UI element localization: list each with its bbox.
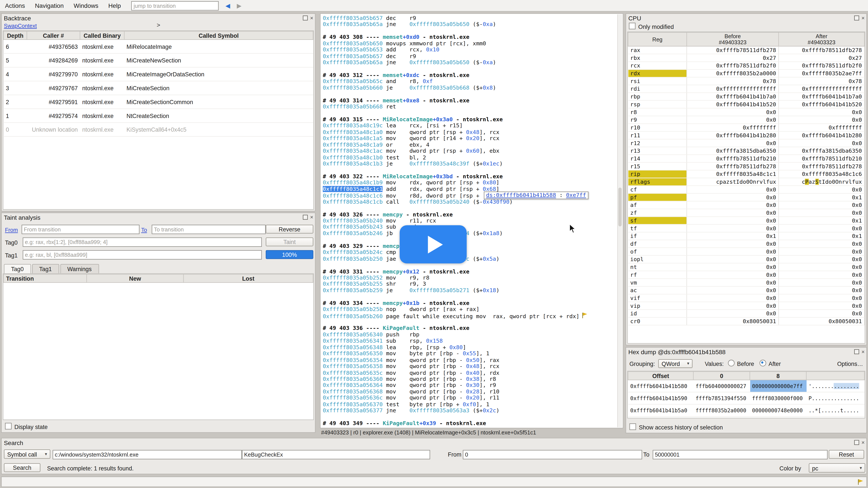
col-before[interactable]: Before#49403323 (687, 32, 779, 46)
register-row[interactable]: rsp0xffffb6041b41b5200xffffb6041b41b520 (628, 100, 865, 108)
register-row[interactable]: r100xffffffff0xffffffff (628, 124, 865, 131)
disasm-line[interactable]: 0xfffff8035a05b650 movups xmmword ptr [r… (323, 40, 617, 46)
taint-from-input[interactable] (22, 225, 140, 234)
register-row[interactable]: of0x00x0 (628, 248, 865, 256)
menu-windows[interactable]: Windows (69, 1, 103, 10)
disasm-line[interactable]: 0xfffff8035a056368 mov qword ptr [rbp - … (323, 388, 617, 395)
disasm-line[interactable]: 0xfffff8035a05b250 jae 0xfffff8035a05b2a… (323, 256, 617, 262)
register-row[interactable]: iopl0x00x0 (628, 256, 865, 263)
backtrace-expander[interactable]: > (157, 22, 160, 28)
disasm-line[interactable]: 0xfffff8035a05b240 mov r11, rcx (323, 218, 617, 224)
backtrace-row[interactable]: 0Unknown locationntoskrnl.exeKiSystemCal… (4, 123, 313, 136)
undock-icon[interactable] (303, 15, 308, 21)
tab-tag1[interactable]: Tag1 (32, 264, 59, 273)
menu-actions[interactable]: Actions (0, 1, 30, 10)
register-row[interactable]: nt0x00x0 (628, 263, 865, 271)
register-row[interactable]: id0x00x0 (628, 310, 865, 318)
disasm-comment-line[interactable]: # 49 403 314 ---- memset+0xe8 - ntoskrnl… (323, 97, 617, 103)
register-row[interactable]: af0x00x0 (628, 201, 865, 209)
disasm-line[interactable]: 0xfffff8035a056354 mov qword ptr [rbp - … (323, 357, 617, 363)
undock-icon[interactable] (854, 15, 859, 21)
register-row[interactable]: vip0x00x0 (628, 302, 865, 310)
disasm-line[interactable]: 0xfffff8035a05b255 shr r9, 3 (323, 281, 617, 287)
disasm-line[interactable]: 0xfffff8035a05b65a jne 0xfffff8035a05b65… (323, 59, 617, 65)
scrollbar-thumb[interactable] (618, 188, 622, 227)
disasm-line[interactable]: 0xfffff8035a05b668 ret (323, 103, 617, 110)
disasm-comment-line[interactable]: # 49 403 349 ---- KiPageFault+0x39 - nto… (323, 420, 617, 426)
col-ascii[interactable] (806, 371, 865, 380)
memory-value-tooltip[interactable]: ds:0xffffb6041b41b588 : 0xe7ff (484, 192, 588, 199)
register-row[interactable]: rflagscpazstIdo0OnrvlfuxcPazStIdo0Onrvlf… (628, 178, 865, 186)
register-row[interactable]: rbp0xffffb6041b41b7a00xffffb6041b41b7a0 (628, 93, 865, 100)
values-after-radio[interactable]: After (760, 360, 781, 367)
register-row[interactable]: r90x00x0 (628, 116, 865, 124)
close-icon[interactable]: × (310, 215, 313, 220)
register-row[interactable]: rip0xfffff8035a48c1c10xfffff8035a48c1c6 (628, 170, 865, 178)
register-row[interactable]: rbx0x270x27 (628, 54, 865, 62)
backtrace-row[interactable]: 5#49284269ntoskrnl.exeMiCreateNewSection (4, 53, 313, 67)
menu-help[interactable]: Help (103, 1, 126, 10)
register-row[interactable]: vif0x00x0 (628, 294, 865, 302)
disasm-line[interactable]: 0xfffff8035a48c1b0 test bl, 2 (323, 154, 617, 161)
disasm-line[interactable]: 0xfffff8035a056377 jne 0xfffff8035a0563a… (323, 407, 617, 414)
disasm-line[interactable]: 0xfffff8035a05b259 je 0xfffff8035a05b271… (323, 287, 617, 293)
col-new[interactable]: New (87, 274, 184, 282)
register-row[interactable]: pf0x00x1 (628, 193, 865, 201)
tag1-input[interactable] (23, 250, 262, 259)
disasm-comment-line[interactable]: # 49 403 326 ---- memcpy - ntoskrnl.exe (323, 211, 617, 218)
close-icon[interactable]: × (862, 349, 865, 354)
disasm-line[interactable]: 0xfffff8035a05b25b nop dword ptr [rax + … (323, 306, 617, 312)
disasm-line[interactable]: 0xfffff8035a05b24c cmp r8, 8 (323, 249, 617, 256)
col-caller[interactable]: Caller # (27, 31, 80, 39)
disasm-comment-line[interactable]: # 49 403 322 ---- MiRelocateImage+0x3bd … (323, 173, 617, 180)
disasm-comment-line[interactable]: # 49 403 329 ---- memcpy+0xc - ntoskrnl.… (323, 243, 617, 249)
col-offset[interactable]: Offset (628, 371, 693, 380)
disasm-comment-line[interactable]: # 49 403 334 ---- memcpy+0x1b - ntoskrnl… (323, 300, 617, 306)
disasm-line[interactable]: 0xfffff8035a48c1c1 add rdx, qword ptr [r… (323, 186, 617, 192)
register-row[interactable]: rf0x00x0 (628, 271, 865, 279)
disasm-line[interactable]: 0xfffff8035a056350 mov byte ptr [rbp - 0… (323, 351, 617, 357)
reset-button[interactable]: Reset (829, 450, 864, 459)
register-row[interactable]: df0x00x0 (628, 240, 865, 248)
register-row[interactable]: sf0x00x1 (628, 217, 865, 225)
disasm-comment-line[interactable]: # 49 403 336 ---- KiPageFault - ntoskrnl… (323, 325, 617, 331)
register-row[interactable]: zf0x00x0 (628, 209, 865, 217)
register-row[interactable]: rdi0xffffffffffffffff0xffffffffffffffff (628, 85, 865, 93)
taint-button[interactable]: Taint (266, 237, 313, 247)
tab-tag0[interactable]: Tag0 (4, 264, 31, 273)
values-before-radio[interactable]: Before (728, 360, 754, 367)
register-row[interactable]: ac0x00x0 (628, 287, 865, 294)
search-mode-select[interactable]: Symbol call▾ (4, 449, 50, 459)
disasm-line[interactable]: 0xfffff8035a056360 mov qword ptr [rbp - … (323, 376, 617, 382)
hex-row[interactable]: 0xffffb6041b41b5a0fffff8035b2a0000000000… (628, 404, 865, 416)
disasm-line[interactable]: 0xfffff8035a05b260 page fault while exec… (323, 313, 617, 319)
disasm-comment-line[interactable]: # 49 403 308 ---- memset+0xd0 - ntoskrnl… (323, 34, 617, 40)
close-icon[interactable]: × (862, 15, 865, 21)
disasm-line[interactable]: 0xfffff8035a48c1ac mov dword ptr [rsp + … (323, 148, 617, 154)
backtrace-row[interactable]: 2#49279591ntoskrnl.exeMiCreateSectionCom… (4, 95, 313, 109)
tag0-input[interactable] (23, 237, 262, 247)
search-button[interactable]: Search (4, 463, 40, 472)
access-history-checkbox[interactable]: Show access history of selection (629, 423, 723, 430)
backtrace-row[interactable]: 4#49279970ntoskrnl.exeMiCreateImageOrDat… (4, 67, 313, 81)
disasm-line[interactable]: 0xfffff8035a05b653 add rcx, 0x10 (323, 46, 617, 53)
disasm-line[interactable]: 0xfffff8035a48c1a0 mov qword ptr [rsp + … (323, 129, 617, 135)
register-row[interactable]: rdx0xfffff8035b2a00000xfffff8035b2ae7ff (628, 69, 865, 77)
col-0[interactable]: 0 (693, 371, 750, 380)
register-row[interactable]: tf0x00x0 (628, 225, 865, 232)
disasm-comment-line[interactable]: # 49 403 312 ---- memset+0xdc - ntoskrnl… (323, 72, 617, 78)
tab-warnings[interactable]: Warnings (60, 264, 99, 273)
undock-icon[interactable] (303, 215, 308, 220)
register-row[interactable]: r140xffffb78511dfb2100xffffb78511dfb210 (628, 155, 865, 162)
disasm-line[interactable]: 0xfffff8035a056341 sub rsp, 0x158 (323, 338, 617, 344)
search-from-input[interactable] (463, 450, 642, 459)
symbol-input[interactable] (242, 450, 430, 459)
backtrace-row[interactable]: 1#49279574ntoskrnl.exeNtCreateSection (4, 109, 313, 123)
grouping-select[interactable]: QWord▾ (658, 359, 692, 368)
disasm-line[interactable]: 0xfffff8035a056358 mov qword ptr [rbp - … (323, 363, 617, 369)
search-to-input[interactable] (653, 450, 828, 459)
disasm-line[interactable]: 0xfffff8035a48c1b3 je 0xfffff8035a48c39f… (323, 161, 617, 167)
undock-icon[interactable] (854, 440, 859, 445)
undock-icon[interactable] (854, 349, 859, 354)
disasm-comment-line[interactable]: # 49 403 315 ---- MiRelocateImage+0x3a0 … (323, 116, 617, 123)
